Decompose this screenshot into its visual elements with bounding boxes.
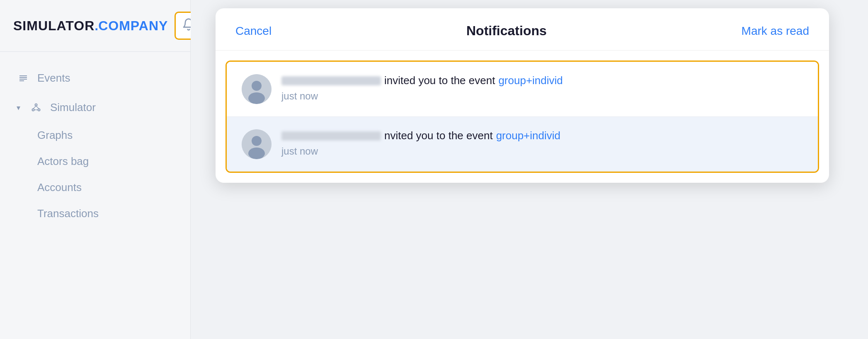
notification-time-2: just now — [281, 145, 803, 157]
notification-item-1[interactable]: invited you to the event group+individ j… — [227, 62, 818, 117]
svg-line-7 — [33, 106, 36, 109]
notification-time-1: just now — [281, 90, 803, 102]
logo-simulator: SIMULATOR — [13, 18, 95, 34]
sidebar-item-graphs[interactable]: Graphs — [0, 123, 190, 148]
sidebar-item-accounts-label: Accounts — [37, 181, 82, 194]
nodes-icon — [29, 103, 43, 113]
sidebar: SIMULATOR . COMPANY — [0, 0, 191, 339]
sidebar-item-transactions[interactable]: Transactions — [0, 201, 190, 226]
notification-content-2: nvited you to the event group+individ ju… — [281, 129, 803, 157]
list-icon — [17, 73, 30, 83]
notification-text-1: invited you to the event group+individ — [281, 74, 803, 87]
chevron-down-icon: ▾ — [17, 103, 20, 112]
sidebar-item-transactions-label: Transactions — [37, 207, 99, 220]
svg-point-6 — [38, 109, 40, 111]
sidebar-item-simulator-label: Simulator — [50, 101, 96, 114]
notification-message-1: invited you to the event — [384, 74, 495, 87]
svg-point-15 — [248, 148, 265, 159]
notification-text-2: nvited you to the event group+individ — [281, 129, 803, 142]
svg-point-5 — [32, 109, 34, 111]
cancel-button[interactable]: Cancel — [235, 24, 272, 38]
panel-header: Cancel Notifications Mark as read — [216, 8, 829, 51]
logo-dot: . — [95, 18, 98, 34]
panel-title: Notifications — [466, 23, 547, 39]
sidebar-item-graphs-label: Graphs — [37, 129, 73, 141]
sidebar-item-simulator[interactable]: ▾ Simulator — [0, 94, 190, 121]
avatar-2 — [242, 129, 272, 159]
sidebar-item-events[interactable]: Events — [0, 64, 190, 92]
logo-company: COMPANY — [98, 18, 168, 34]
svg-point-4 — [35, 104, 37, 106]
sidebar-item-accounts[interactable]: Accounts — [0, 175, 190, 200]
sidebar-item-actors-bag[interactable]: Actors bag — [0, 149, 190, 174]
username-blurred-1 — [281, 76, 381, 85]
main-content: Cancel Notifications Mark as read — [191, 0, 868, 339]
notifications-panel: Cancel Notifications Mark as read — [216, 8, 829, 183]
sidebar-nav: Events ▾ Simulator Graphs Acto — [0, 52, 190, 238]
svg-point-12 — [248, 92, 265, 104]
notification-message-2: nvited you to the event — [384, 129, 493, 142]
username-blurred-2 — [281, 131, 381, 140]
svg-point-11 — [252, 81, 262, 91]
sidebar-item-actors-bag-label: Actors bag — [37, 155, 89, 167]
notifications-list: invited you to the event group+individ j… — [225, 61, 819, 173]
notification-event-link-1[interactable]: group+individ — [498, 74, 563, 87]
svg-point-14 — [252, 136, 262, 146]
sidebar-header: SIMULATOR . COMPANY — [0, 0, 190, 52]
mark-as-read-button[interactable]: Mark as read — [742, 24, 809, 38]
svg-line-8 — [36, 106, 39, 109]
notification-content-1: invited you to the event group+individ j… — [281, 74, 803, 102]
notification-item-2[interactable]: nvited you to the event group+individ ju… — [227, 117, 818, 172]
sidebar-item-events-label: Events — [37, 72, 70, 85]
logo: SIMULATOR . COMPANY — [13, 18, 168, 34]
notification-event-link-2[interactable]: group+individ — [496, 129, 560, 142]
avatar-1 — [242, 74, 272, 104]
